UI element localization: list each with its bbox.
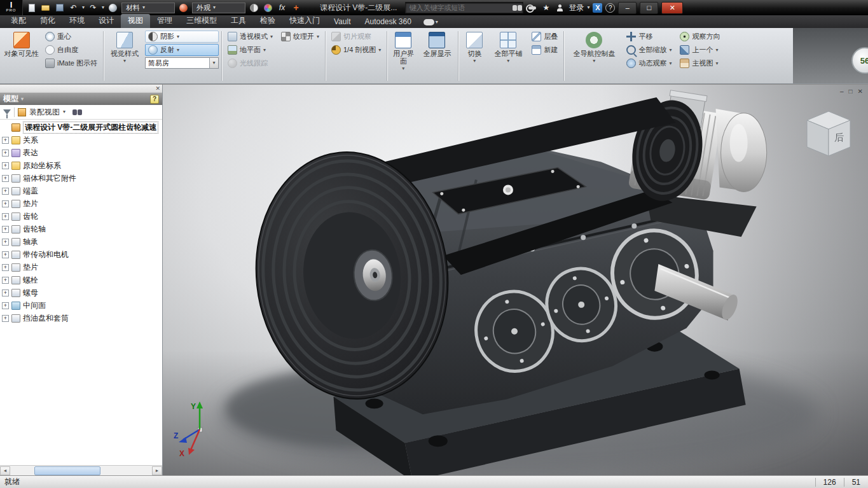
a360-panel-icon[interactable] — [424, 19, 434, 25]
quarter-section-button[interactable]: 1/4 剖视图▾ — [328, 44, 384, 56]
sign-in-caret-icon[interactable]: ▾ — [587, 5, 589, 10]
a360-caret-icon[interactable]: ▾ — [436, 20, 438, 25]
tree-item[interactable]: +垫片 — [2, 197, 162, 210]
expander-icon[interactable]: + — [2, 200, 9, 207]
tab-环境[interactable]: 环境 — [62, 14, 92, 28]
view-cube[interactable]: 后 — [797, 106, 858, 165]
tab-Vault[interactable]: Vault — [327, 16, 357, 28]
perspective-button[interactable]: 透视模式▾ — [224, 31, 276, 43]
tree-item[interactable]: +原始坐标系 — [2, 159, 162, 172]
tree-item[interactable]: +螺母 — [2, 286, 162, 299]
search-input[interactable] — [406, 3, 513, 12]
gearbox-model[interactable] — [163, 85, 868, 475]
look-at-button[interactable]: 观察方向 — [677, 31, 723, 43]
assembly-view-selector[interactable]: 装配视图 — [29, 107, 60, 118]
browser-help-icon[interactable]: ? — [150, 95, 159, 104]
tree-item[interactable]: +带传动和电机 — [2, 248, 162, 261]
orbit-button[interactable]: 动态观察▾ — [623, 57, 675, 69]
visual-style-button[interactable]: 视觉样式 ▾ — [106, 31, 143, 65]
tree-item[interactable]: +挡油盘和套筒 — [2, 312, 162, 324]
expander-icon[interactable]: + — [2, 277, 9, 284]
open-button[interactable] — [40, 3, 51, 13]
expander-icon[interactable]: + — [2, 289, 9, 296]
degrees-of-freedom-button[interactable]: 自由度 — [42, 44, 100, 56]
expander-icon[interactable]: + — [2, 239, 9, 246]
quarter-section-caret-icon[interactable]: ▾ — [378, 48, 381, 53]
browser-hscrollbar[interactable]: ◄ ► — [0, 465, 162, 475]
expander-icon[interactable]: + — [2, 188, 9, 195]
redo-button[interactable]: ↷ — [88, 3, 99, 13]
tree-item[interactable]: +齿轮轴 — [2, 223, 162, 235]
expander-icon[interactable]: + — [2, 315, 9, 322]
browser-title-caret-icon[interactable]: ▾ — [21, 97, 24, 102]
pan-button[interactable]: 平移 — [623, 31, 675, 43]
inventor-logo[interactable]: I PRO — [0, 0, 23, 15]
search-binoculars-icon[interactable] — [513, 5, 517, 11]
doc-minimize-icon[interactable]: – — [840, 88, 844, 95]
object-visibility-button[interactable]: 对象可见性 — [3, 31, 40, 59]
tree-item[interactable]: 课程设计 V带-二级展开式圆柱齿轮减速 — [2, 121, 162, 134]
expander-icon[interactable]: + — [2, 150, 9, 157]
tab-管理[interactable]: 管理 — [150, 14, 179, 28]
color-wheel-button[interactable] — [263, 3, 273, 13]
tree-item[interactable]: +垫片 — [2, 261, 162, 274]
tree-item[interactable]: +螺栓 — [2, 274, 162, 286]
favorites-button[interactable]: ★ — [541, 3, 551, 13]
exchange-apps-button[interactable]: X — [593, 3, 602, 13]
environment-combo[interactable]: 简易房 ▾ — [145, 57, 219, 69]
shadows-button[interactable]: 阴影▾ — [145, 31, 219, 43]
expander-icon[interactable]: + — [2, 175, 9, 182]
previous-view-button[interactable]: 上一个▾ — [677, 44, 723, 56]
center-of-gravity-button[interactable]: 重心 — [42, 31, 100, 43]
adjust-button[interactable] — [249, 3, 259, 13]
minimize-button[interactable]: – — [618, 2, 637, 14]
tree-item[interactable]: +轴承 — [2, 235, 162, 248]
doc-restore-icon[interactable]: □ — [849, 88, 853, 95]
texture-caret-icon[interactable]: ▾ — [317, 34, 319, 39]
switch-windows-button[interactable]: 切换 ▾ — [461, 31, 488, 65]
tree-item[interactable]: +端盖 — [2, 185, 162, 197]
tab-工具[interactable]: 工具 — [224, 14, 253, 28]
expander-icon[interactable]: + — [2, 213, 9, 220]
tab-三维模型[interactable]: 三维模型 — [179, 14, 224, 28]
undo-caret-icon[interactable]: ▾ — [82, 5, 85, 10]
tab-快速入门[interactable]: 快速入门 — [282, 14, 327, 28]
material-combo-caret-icon[interactable]: ▾ — [142, 5, 145, 10]
reflections-caret-icon[interactable]: ▾ — [177, 48, 179, 53]
notification-badge[interactable]: 56 — [851, 47, 868, 74]
ground-plane-caret-icon[interactable]: ▾ — [263, 48, 266, 53]
scroll-track[interactable] — [10, 466, 152, 475]
cascade-button[interactable]: 层叠 — [528, 31, 561, 43]
browser-search-icon[interactable] — [72, 109, 77, 115]
doc-close-icon[interactable]: ✕ — [858, 88, 863, 95]
expander-icon[interactable]: + — [2, 137, 9, 144]
scroll-thumb[interactable] — [34, 466, 100, 475]
new-file-button[interactable] — [26, 3, 37, 13]
tab-简化[interactable]: 简化 — [33, 14, 62, 28]
subscription-key-button[interactable] — [527, 3, 537, 13]
zoom-caret-icon[interactable]: ▾ — [669, 48, 672, 53]
appearance-combo-caret-icon[interactable]: ▾ — [213, 5, 216, 10]
tree-item[interactable]: +关系 — [2, 134, 162, 146]
add-button[interactable]: + — [291, 3, 301, 13]
material-combo[interactable]: 材料 ▾ — [121, 3, 175, 13]
help-button[interactable]: ? — [605, 3, 615, 13]
reflections-button[interactable]: 反射▾ — [145, 44, 219, 56]
tab-设计[interactable]: 设计 — [92, 14, 121, 28]
browser-close-icon[interactable]: ✕ — [155, 85, 160, 92]
home-caret-icon[interactable]: ▾ — [715, 61, 718, 66]
tile-all-button[interactable]: 全部平铺 ▾ — [490, 31, 527, 65]
full-screen-button[interactable]: 全屏显示 — [418, 31, 455, 59]
orbit-caret-icon[interactable]: ▾ — [669, 61, 672, 66]
browser-header[interactable]: 模型 ▾ ? — [0, 93, 162, 105]
tree-item[interactable]: +齿轮 — [2, 210, 162, 223]
scroll-right-icon[interactable]: ► — [152, 466, 162, 475]
perspective-caret-icon[interactable]: ▾ — [270, 34, 273, 39]
tab-视图[interactable]: 视图 — [121, 14, 150, 28]
new-window-button[interactable]: 新建 — [528, 44, 561, 56]
texture-on-button[interactable]: 纹理开▾ — [278, 31, 322, 43]
tree-item[interactable]: +中间面 — [2, 299, 162, 312]
parameters-fx-button[interactable]: fx — [277, 3, 287, 13]
sign-in-button[interactable]: 登录 — [568, 3, 584, 13]
shadows-caret-icon[interactable]: ▾ — [177, 34, 179, 39]
